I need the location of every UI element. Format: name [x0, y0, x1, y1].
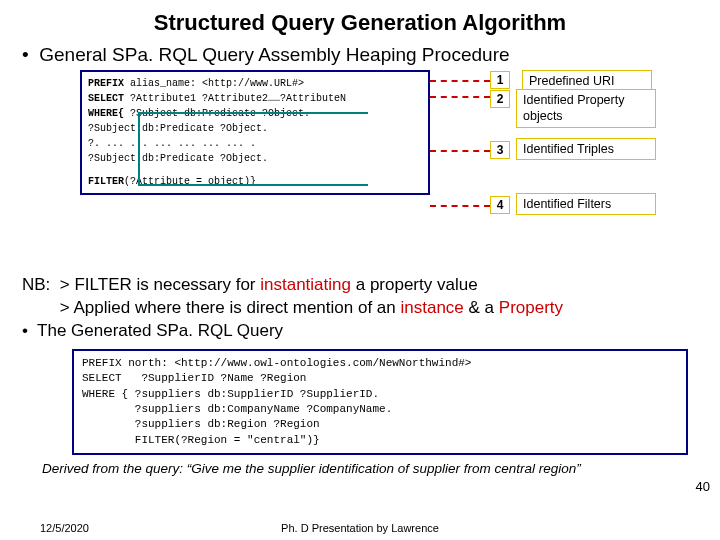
num-3: 3 [490, 141, 510, 159]
code-diagram: PREFIX alias_name: <http://www.URL#> SEL… [80, 70, 680, 268]
bracket-h2 [138, 184, 368, 186]
derived-from: Derived from the query: “Give me the sup… [0, 455, 720, 476]
label-property-objects: Identified Property objects [516, 89, 656, 128]
bullet-general: • General SPa. RQL Query Assembly Heapin… [0, 36, 720, 70]
num-2: 2 [490, 90, 510, 108]
bracket-vline [138, 112, 140, 184]
generated-query-box: PREFIX north: <http://www.owl-ontologies… [72, 349, 688, 455]
connector-2 [430, 96, 490, 98]
code-template-box: PREFIX alias_name: <http://www.URL#> SEL… [80, 70, 430, 195]
connector-1 [430, 80, 490, 82]
connector-4 [430, 205, 490, 207]
nb-block: NB: > FILTER is necessary for instantiat… [0, 268, 720, 345]
footer-presentation: Ph. D Presentation by Lawrence [0, 522, 720, 534]
label-identified-filters: Identified Filters [516, 193, 656, 215]
num-4: 4 [490, 196, 510, 214]
slide-title: Structured Query Generation Algorithm [0, 0, 720, 36]
connector-3 [430, 150, 490, 152]
label-identified-triples: Identified Triples [516, 138, 656, 160]
num-1: 1 [490, 71, 510, 89]
bracket-h1 [138, 112, 368, 114]
page-number: 40 [696, 479, 710, 494]
